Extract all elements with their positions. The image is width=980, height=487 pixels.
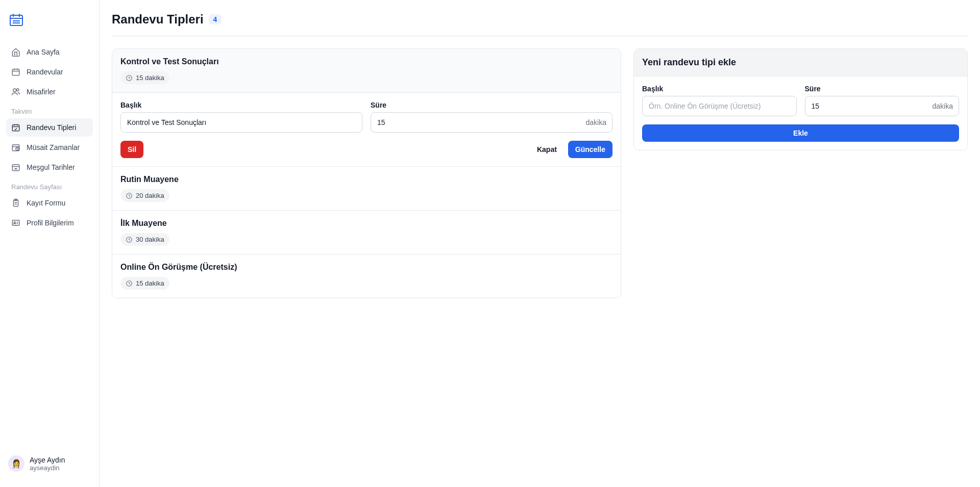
page-title: Randevu Tipleri: [112, 12, 204, 27]
type-title: Online Ön Görüşme (Ücretsiz): [120, 263, 612, 272]
svg-rect-12: [12, 125, 19, 131]
user-menu[interactable]: 👩‍⚕️ Ayşe Aydın ayseaydin: [6, 452, 93, 475]
add-label-title: Başlık: [642, 85, 797, 93]
duration-text: 15 dakika: [136, 74, 164, 82]
nav-label: Müsait Zamanlar: [27, 143, 80, 151]
svg-rect-19: [12, 165, 19, 171]
svg-point-11: [17, 89, 19, 91]
nav-label: Meşgul Tarihler: [27, 163, 75, 171]
clock-icon: [126, 192, 133, 199]
duration-pill: 30 dakika: [120, 233, 169, 246]
clock-icon: [126, 236, 133, 243]
calendar-check-icon: [11, 123, 20, 132]
calendar-app-icon: [8, 12, 24, 29]
add-type-panel: Yeni randevu tipi ekle Başlık Süre: [633, 48, 968, 150]
add-title-input[interactable]: [642, 96, 797, 116]
nav-appointment-types[interactable]: Randevu Tipleri: [6, 118, 93, 137]
nav-label: Ana Sayfa: [27, 48, 60, 56]
page-header: Randevu Tipleri 4: [112, 12, 968, 36]
label-duration: Süre: [371, 101, 612, 109]
duration-text: 30 dakika: [136, 236, 164, 243]
edit-duration-input[interactable]: [371, 112, 612, 133]
edit-title-input[interactable]: [120, 112, 362, 133]
user-name: Ayşe Aydın: [30, 456, 65, 464]
nav-label: Randevular: [27, 68, 63, 76]
nav: Ana Sayfa Randevular Misafirler Takvim R…: [6, 43, 93, 452]
label-title: Başlık: [120, 101, 362, 109]
nav-available-times[interactable]: Müsait Zamanlar: [6, 138, 93, 157]
clock-icon: [126, 280, 133, 287]
close-button[interactable]: Kapat: [530, 141, 564, 158]
nav-profile[interactable]: Profil Bilgilerim: [6, 214, 93, 232]
app-logo[interactable]: [6, 12, 93, 29]
nav-label: Misafirler: [27, 88, 56, 96]
profile-card-icon: [11, 218, 20, 227]
count-badge: 4: [209, 14, 222, 24]
nav-label: Kayıt Formu: [27, 199, 65, 207]
type-list-item[interactable]: İlk Muayene 30 dakika: [112, 210, 621, 254]
types-panel: Kontrol ve Test Sonuçları 15 dakika Başl…: [112, 48, 621, 298]
type-list-item[interactable]: Rutin Muayene 20 dakika: [112, 166, 621, 210]
add-duration-input[interactable]: [805, 96, 960, 116]
sidebar: Ana Sayfa Randevular Misafirler Takvim R…: [0, 0, 100, 487]
nav-section-page: Randevu Sayfası: [6, 178, 93, 194]
calendar-clock-icon: [11, 143, 20, 152]
add-button[interactable]: Ekle: [642, 124, 959, 142]
nav-home[interactable]: Ana Sayfa: [6, 43, 93, 61]
nav-guests[interactable]: Misafirler: [6, 83, 93, 101]
add-panel-title: Yeni randevu tipi ekle: [642, 57, 959, 68]
type-title: Kontrol ve Test Sonuçları: [120, 57, 612, 66]
type-list-item[interactable]: Online Ön Görüşme (Ücretsiz) 15 dakika: [112, 254, 621, 298]
users-icon: [11, 87, 20, 96]
nav-label: Profil Bilgilerim: [27, 219, 74, 227]
svg-rect-27: [12, 220, 19, 226]
svg-point-10: [13, 89, 16, 92]
nav-busy-dates[interactable]: Meşgul Tarihler: [6, 158, 93, 176]
type-title: Rutin Muayene: [120, 175, 612, 184]
calendar-x-icon: [11, 163, 20, 172]
duration-pill: 15 dakika: [120, 71, 169, 84]
calendar-icon: [11, 67, 20, 76]
clock-icon: [126, 74, 133, 82]
duration-text: 15 dakika: [136, 279, 164, 287]
type-title: İlk Muayene: [120, 219, 612, 228]
nav-signup-form[interactable]: Kayıt Formu: [6, 194, 93, 212]
update-button[interactable]: Güncelle: [568, 141, 612, 158]
main: Randevu Tipleri 4 Kontrol ve Test Sonuçl…: [100, 0, 980, 487]
nav-appointments[interactable]: Randevular: [6, 63, 93, 81]
svg-point-28: [14, 222, 15, 223]
duration-text: 20 dakika: [136, 192, 164, 199]
nav-section-calendar: Takvim: [6, 102, 93, 118]
duration-pill: 20 dakika: [120, 189, 169, 202]
home-icon: [11, 47, 20, 57]
user-handle: ayseaydin: [30, 464, 65, 472]
avatar: 👩‍⚕️: [8, 455, 24, 472]
type-edit-card: Kontrol ve Test Sonuçları 15 dakika Başl…: [112, 49, 621, 166]
duration-pill: 15 dakika: [120, 277, 169, 290]
svg-rect-6: [12, 69, 19, 75]
nav-label: Randevu Tipleri: [27, 123, 76, 132]
delete-button[interactable]: Sil: [120, 141, 143, 158]
add-label-duration: Süre: [805, 85, 960, 93]
clipboard-icon: [11, 198, 20, 208]
